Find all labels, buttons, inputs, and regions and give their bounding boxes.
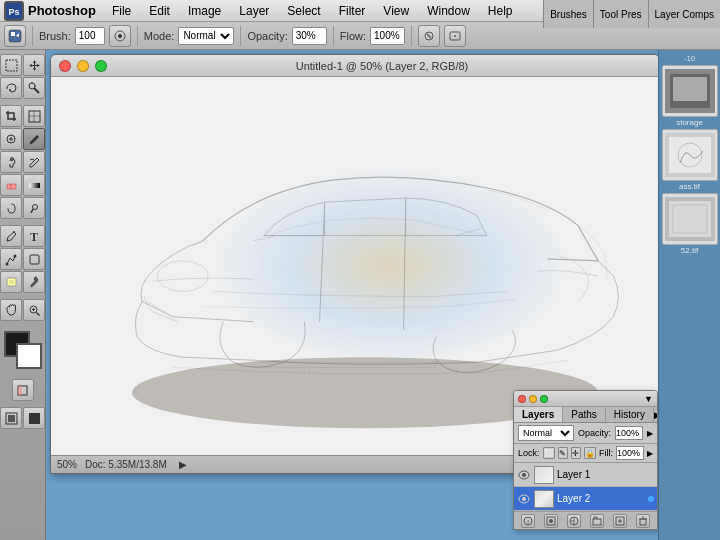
blend-mode-select[interactable]: Normal Multiply Screen	[178, 27, 234, 45]
svg-line-45	[320, 205, 325, 322]
fill-input[interactable]	[616, 446, 644, 460]
crop-tool[interactable]	[0, 105, 22, 127]
svg-rect-33	[7, 278, 16, 286]
panel-tab-bar: Brushes Tool Pres Layer Comps	[543, 0, 720, 28]
layers-opacity-input[interactable]	[615, 426, 643, 440]
shape-tool[interactable]	[23, 248, 45, 270]
background-color[interactable]	[16, 343, 42, 369]
file-thumbnail-storage[interactable]	[662, 65, 718, 117]
hand-tool[interactable]	[0, 299, 22, 321]
svg-rect-68	[673, 77, 707, 101]
tablet-btn[interactable]	[444, 25, 466, 47]
color-swatches	[4, 331, 42, 369]
type-tool[interactable]: T	[23, 225, 45, 247]
flow-input[interactable]	[370, 27, 405, 45]
layers-opacity-arrow[interactable]: ▶	[647, 429, 653, 438]
blur-tool[interactable]	[0, 197, 22, 219]
menu-image[interactable]: Image	[180, 2, 229, 20]
layer-visibility-1[interactable]	[517, 468, 531, 482]
brush-label: Brush:	[39, 30, 71, 42]
notes-tool[interactable]	[0, 271, 22, 293]
file-thumbnail-52[interactable]	[662, 193, 718, 245]
tab-history[interactable]: History	[606, 407, 654, 422]
layers-blend-mode[interactable]: Normal	[518, 425, 574, 441]
file-thumbnail-ass[interactable]	[662, 129, 718, 181]
tab-paths[interactable]: Paths	[563, 407, 606, 422]
menu-view[interactable]: View	[375, 2, 417, 20]
layer-fx-btn[interactable]: f	[521, 514, 535, 528]
menu-filter[interactable]: Filter	[331, 2, 374, 20]
layers-menu-btn[interactable]: ▼	[644, 394, 653, 404]
lock-all-btn[interactable]: 🔒	[584, 447, 596, 459]
layers-panel-menu-arrow[interactable]: ▶	[654, 410, 658, 420]
heal-tool[interactable]	[0, 128, 22, 150]
eraser-tool[interactable]	[0, 174, 22, 196]
stamp-tool[interactable]	[0, 151, 22, 173]
doc-size-label: Doc: 5.35M/13.8M	[85, 459, 167, 470]
layer-visibility-2[interactable]	[517, 492, 531, 506]
file-item: ass.tif	[662, 129, 718, 191]
minimize-button[interactable]	[77, 60, 89, 72]
eyedropper-tool[interactable]	[23, 271, 45, 293]
layers-max-btn[interactable]	[540, 395, 548, 403]
menu-select[interactable]: Select	[279, 2, 328, 20]
menu-edit[interactable]: Edit	[141, 2, 178, 20]
brush-size-input[interactable]	[75, 27, 105, 45]
close-button[interactable]	[59, 60, 71, 72]
marquee-tool[interactable]	[0, 54, 22, 76]
layer-adj-btn[interactable]	[567, 514, 581, 528]
zoom-tool[interactable]	[23, 299, 45, 321]
lasso-tool[interactable]	[0, 77, 22, 99]
layers-close-btn[interactable]	[518, 395, 526, 403]
dodge-tool[interactable]	[23, 197, 45, 219]
fill-arrow[interactable]: ▶	[647, 449, 653, 458]
move-tool[interactable]	[23, 54, 45, 76]
layers-blend-controls: Normal Opacity: ▶	[514, 423, 657, 444]
brush-picker-btn[interactable]	[109, 25, 131, 47]
quick-mask-btn[interactable]	[12, 379, 34, 401]
pen-tool[interactable]	[0, 225, 22, 247]
svg-rect-43	[8, 415, 15, 422]
panel-tab-layer-comps[interactable]: Layer Comps	[648, 0, 720, 28]
panel-tab-tool-pres[interactable]: Tool Pres	[593, 0, 648, 28]
lock-transparent-btn[interactable]: ⬜	[543, 447, 555, 459]
svg-point-51	[522, 473, 526, 477]
lock-image-btn[interactable]: ✎	[558, 447, 568, 459]
slice-tool[interactable]	[23, 105, 45, 127]
delete-layer-btn[interactable]	[636, 514, 650, 528]
menu-window[interactable]: Window	[419, 2, 478, 20]
magic-wand-tool[interactable]	[23, 77, 45, 99]
status-arrow[interactable]: ▶	[179, 459, 187, 470]
layers-min-btn[interactable]	[529, 395, 537, 403]
app-name[interactable]: Photoshop	[28, 3, 96, 18]
toolbar-divider-1	[32, 26, 33, 46]
airbrush-btn[interactable]	[418, 25, 440, 47]
brush-tool[interactable]	[23, 128, 45, 150]
svg-rect-73	[669, 201, 711, 237]
path-select-tool[interactable]	[0, 248, 22, 270]
history-brush-tool[interactable]	[23, 151, 45, 173]
file-name-storage: storage	[676, 118, 703, 127]
full-screen-btn[interactable]	[23, 407, 45, 429]
tool-preset-btn[interactable]	[4, 25, 26, 47]
layer-group-btn[interactable]	[590, 514, 604, 528]
screen-mode-btn[interactable]	[0, 407, 22, 429]
lock-position-btn[interactable]: ✛	[571, 447, 581, 459]
maximize-button[interactable]	[95, 60, 107, 72]
panel-tab-brushes[interactable]: Brushes	[543, 0, 593, 28]
new-layer-btn[interactable]	[613, 514, 627, 528]
menu-file[interactable]: File	[104, 2, 139, 20]
layer-item[interactable]: Layer 2	[514, 487, 657, 511]
tool-group-mode	[12, 379, 34, 401]
layers-panel: ▼ Layers Paths History ▶ Normal Opacity:…	[513, 390, 658, 530]
menu-help[interactable]: Help	[480, 2, 521, 20]
menu-layer[interactable]: Layer	[231, 2, 277, 20]
tool-group-selection	[0, 54, 45, 76]
tab-layers[interactable]: Layers	[514, 407, 563, 422]
gradient-tool[interactable]	[23, 174, 45, 196]
opacity-input[interactable]	[292, 27, 327, 45]
panel-number: -10	[684, 54, 696, 63]
layer-mask-btn[interactable]	[544, 514, 558, 528]
layer-item[interactable]: Layer 1	[514, 463, 657, 487]
tool-group-lasso	[0, 77, 45, 99]
